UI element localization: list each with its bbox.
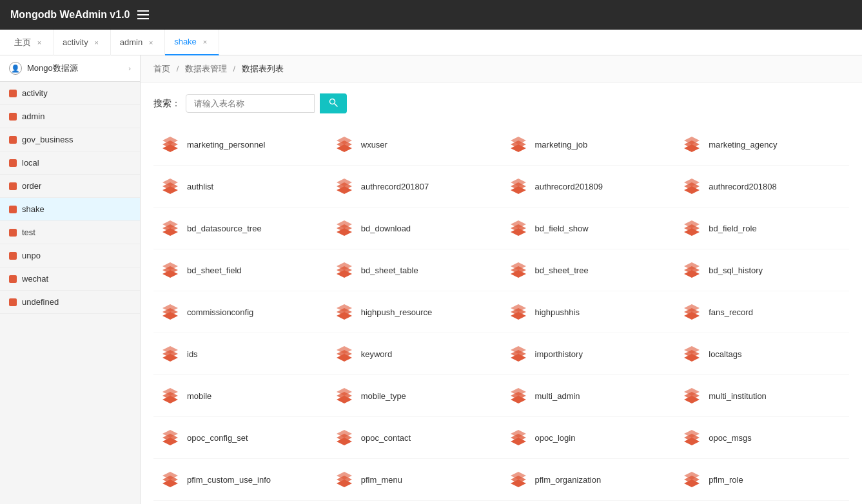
tab-shake[interactable]: shake×: [165, 30, 219, 55]
search-label: 搜索：: [153, 98, 181, 110]
tab-home[interactable]: 主页×: [5, 30, 54, 55]
breadcrumb-home[interactable]: 首页: [153, 64, 170, 73]
table-row[interactable]: opoc_login: [502, 417, 676, 459]
tab-close-activity[interactable]: ×: [92, 38, 101, 47]
table-row[interactable]: importhistory: [502, 333, 676, 375]
sidebar-label-undefined: undefined: [22, 297, 59, 307]
table-row[interactable]: pflm_organization: [502, 459, 676, 501]
table-item-label: bd_field_role: [709, 224, 756, 233]
table-row[interactable]: marketing_personnel: [153, 124, 328, 166]
table-row[interactable]: marketing_agency: [675, 124, 849, 166]
table-item-label: keyword: [361, 349, 392, 359]
table-row[interactable]: mobile: [153, 375, 328, 417]
stack-icon: [160, 469, 181, 490]
table-item-label: highpush_resource: [361, 307, 433, 317]
table-item-label: importhistory: [535, 349, 583, 359]
table-row[interactable]: ids: [153, 333, 328, 375]
sidebar-item-admin[interactable]: admin: [0, 105, 140, 128]
table-row[interactable]: opoc_msgs: [675, 417, 849, 459]
tab-admin[interactable]: admin×: [111, 30, 165, 55]
sidebar-item-order[interactable]: order: [0, 175, 140, 198]
sidebar-dot-admin: [9, 113, 17, 121]
table-item-label: commissionconfig: [187, 307, 253, 317]
sidebar-dot-undefined: [9, 298, 17, 306]
sidebar-item-shake[interactable]: shake: [0, 198, 140, 221]
stack-icon: [681, 134, 702, 155]
stack-icon: [508, 134, 529, 155]
menu-icon[interactable]: [137, 10, 149, 19]
sidebar-label-gov_business: gov_business: [22, 135, 73, 144]
sidebar-item-unpo[interactable]: unpo: [0, 244, 140, 267]
stack-icon: [160, 134, 181, 155]
tab-activity[interactable]: activity×: [54, 30, 111, 55]
sidebar-item-undefined[interactable]: undefined: [0, 291, 140, 314]
tab-close-home[interactable]: ×: [35, 38, 44, 47]
table-row[interactable]: bd_sheet_table: [328, 249, 502, 291]
tab-label-home: 主页: [14, 37, 31, 48]
table-row[interactable]: pflm_role: [675, 459, 849, 501]
search-button[interactable]: [320, 93, 347, 113]
table-item-label: authrecord201808: [709, 182, 777, 191]
table-item-label: bd_download: [361, 224, 411, 233]
table-row[interactable]: opoc_config_set: [153, 417, 328, 459]
table-item-label: multi_admin: [535, 391, 580, 401]
table-row[interactable]: pflm_menu: [328, 459, 502, 501]
table-row[interactable]: opoc_contact: [328, 417, 502, 459]
table-row[interactable]: bd_download: [328, 208, 502, 249]
breadcrumb-sep-2: /: [233, 64, 236, 73]
tab-label-activity: activity: [63, 37, 88, 47]
tab-close-shake[interactable]: ×: [201, 37, 210, 46]
table-row[interactable]: fans_record: [675, 291, 849, 333]
search-input[interactable]: [186, 94, 315, 113]
svg-marker-10: [511, 144, 526, 152]
stack-icon: [160, 302, 181, 322]
table-row[interactable]: commissionconfig: [153, 291, 328, 333]
svg-point-0: [330, 99, 335, 104]
table-row[interactable]: authrecord201808: [675, 166, 849, 208]
table-item-label: pflm_custom_use_info: [187, 475, 271, 485]
table-item-label: localtags: [709, 349, 741, 359]
table-row[interactable]: multi_institution: [675, 375, 849, 417]
table-row[interactable]: highpushhis: [502, 291, 676, 333]
table-item-label: opoc_login: [535, 433, 576, 443]
table-row[interactable]: pflm_custom_use_info: [153, 459, 328, 501]
breadcrumb-data-mgmt[interactable]: 数据表管理: [185, 64, 227, 73]
sidebar-item-gov_business[interactable]: gov_business: [0, 128, 140, 151]
table-row[interactable]: bd_field_role: [675, 208, 849, 249]
table-item-label: marketing_personnel: [187, 140, 265, 150]
table-row[interactable]: highpush_resource: [328, 291, 502, 333]
sidebar-item-wechat[interactable]: wechat: [0, 267, 140, 291]
table-row[interactable]: authrecord201807: [328, 166, 502, 208]
table-row[interactable]: wxuser: [328, 124, 502, 166]
sidebar-label-order: order: [22, 181, 41, 191]
table-row[interactable]: bd_sheet_field: [153, 249, 328, 291]
stack-icon: [681, 260, 702, 280]
table-item-label: pflm_menu: [361, 475, 402, 485]
stack-icon: [681, 302, 702, 322]
table-row[interactable]: authlist: [153, 166, 328, 208]
table-item-label: multi_institution: [709, 391, 767, 401]
table-row[interactable]: bd_sql_history: [675, 249, 849, 291]
table-item-label: opoc_config_set: [187, 433, 248, 443]
table-item-label: mobile: [187, 391, 211, 401]
table-row[interactable]: bd_datasource_tree: [153, 208, 328, 249]
table-row[interactable]: marketing_job: [502, 124, 676, 166]
table-row[interactable]: authrecord201809: [502, 166, 676, 208]
table-row[interactable]: localtags: [675, 333, 849, 375]
sidebar-item-test[interactable]: test: [0, 221, 140, 244]
table-row[interactable]: keyword: [328, 333, 502, 375]
table-row[interactable]: mobile_type: [328, 375, 502, 417]
stack-icon: [508, 385, 529, 406]
stack-icon: [334, 344, 355, 364]
tab-close-admin[interactable]: ×: [146, 38, 155, 47]
sidebar-source[interactable]: 👤 Mongo数据源 ›: [0, 55, 140, 82]
sidebar-item-activity[interactable]: activity: [0, 82, 140, 105]
table-item-label: bd_datasource_tree: [187, 224, 262, 233]
table-item-label: wxuser: [361, 140, 387, 150]
table-row[interactable]: multi_admin: [502, 375, 676, 417]
sidebar-item-local[interactable]: local: [0, 151, 140, 175]
table-row[interactable]: bd_field_show: [502, 208, 676, 249]
sidebar-source-label: Mongo数据源: [27, 63, 123, 74]
table-row[interactable]: bd_sheet_tree: [502, 249, 676, 291]
stack-icon: [160, 385, 181, 406]
